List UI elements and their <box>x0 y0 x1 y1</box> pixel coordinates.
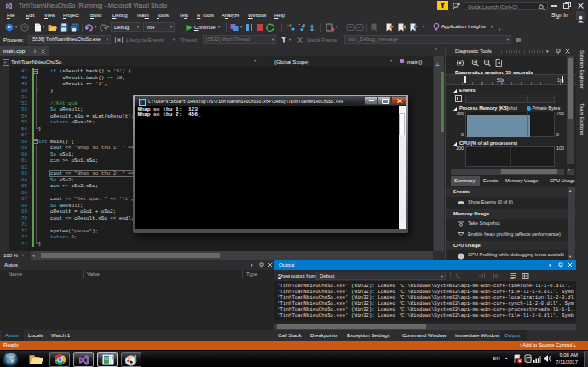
svg-text:+: + <box>3 60 6 65</box>
